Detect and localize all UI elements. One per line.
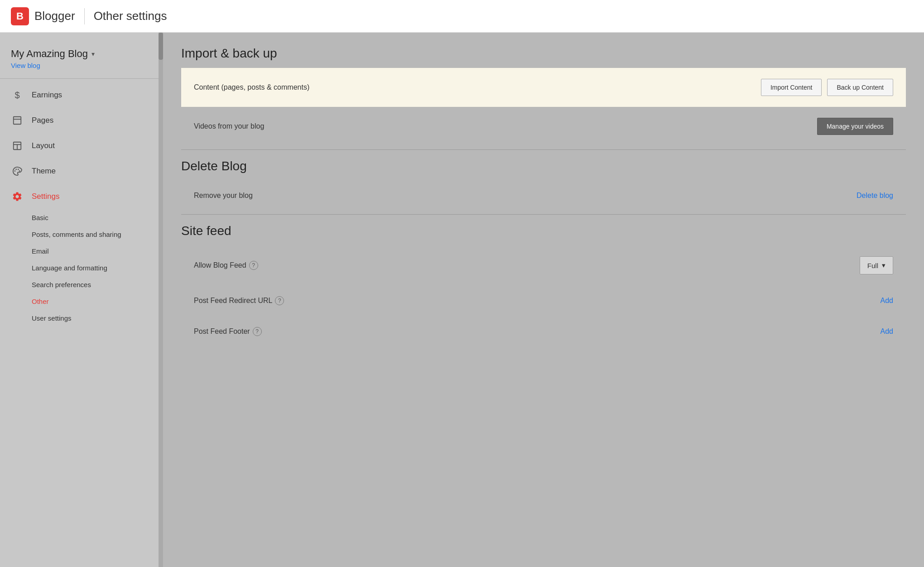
manage-videos-button[interactable]: Manage your videos <box>817 118 893 135</box>
section-divider-1 <box>181 149 906 150</box>
section-divider-2 <box>181 214 906 215</box>
blog-dropdown-arrow: ▾ <box>91 50 95 58</box>
sidebar-item-theme[interactable]: Theme <box>0 159 163 184</box>
post-feed-footer-help-icon[interactable]: ? <box>253 327 262 336</box>
allow-blog-feed-help-icon[interactable]: ? <box>249 261 258 270</box>
submenu-language-formatting[interactable]: Language and formatting <box>32 259 163 276</box>
post-feed-redirect-row: Post Feed Redirect URL ? Add <box>181 285 906 316</box>
remove-blog-row: Remove your blog Delete blog <box>181 181 906 211</box>
sidebar-item-label: Layout <box>32 141 55 150</box>
content-row-label: Content (pages, posts & comments) <box>194 83 309 91</box>
dropdown-arrow-icon: ▾ <box>882 261 886 269</box>
blogger-icon: B <box>11 7 29 25</box>
post-feed-redirect-label: Post Feed Redirect URL ? <box>194 296 284 305</box>
header-logo: B Blogger <box>11 7 75 25</box>
post-feed-footer-label: Post Feed Footer ? <box>194 327 262 336</box>
main-content: Import & back up Content (pages, posts &… <box>163 33 924 567</box>
allow-blog-feed-row: Allow Blog Feed ? Full ▾ <box>181 245 906 285</box>
delete-blog-title: Delete Blog <box>181 159 906 173</box>
sidebar-divider <box>0 78 163 79</box>
sidebar-scroll-thumb[interactable] <box>159 33 163 60</box>
post-feed-footer-row: Post Feed Footer ? Add <box>181 316 906 347</box>
settings-icon <box>11 190 24 203</box>
svg-point-6 <box>15 169 17 170</box>
sidebar-item-layout[interactable]: Layout <box>0 133 163 159</box>
app-header: B Blogger Other settings <box>0 0 924 33</box>
sidebar-item-earnings[interactable]: $ Earnings <box>0 82 163 108</box>
sidebar-item-settings[interactable]: Settings <box>0 184 163 209</box>
sidebar-item-label: Earnings <box>32 91 62 100</box>
settings-submenu: Basic Posts, comments and sharing Email … <box>0 209 163 327</box>
svg-point-7 <box>18 169 19 170</box>
view-blog-link[interactable]: View blog <box>0 62 163 77</box>
theme-icon <box>11 165 24 178</box>
svg-point-8 <box>19 170 20 172</box>
header-divider <box>84 8 85 24</box>
submenu-basic[interactable]: Basic <box>32 209 163 226</box>
sidebar-item-label: Settings <box>32 192 59 201</box>
delete-blog-link[interactable]: Delete blog <box>857 192 893 200</box>
sidebar-item-label: Theme <box>32 167 56 176</box>
remove-blog-label: Remove your blog <box>194 192 253 200</box>
page-title: Other settings <box>94 9 167 23</box>
header-brand: Blogger <box>34 9 75 23</box>
allow-blog-feed-label: Allow Blog Feed ? <box>194 261 258 270</box>
layout: My Amazing Blog ▾ View blog $ Earnings P… <box>0 33 924 567</box>
submenu-search-preferences[interactable]: Search preferences <box>32 276 163 293</box>
videos-row-label: Videos from your blog <box>194 122 264 130</box>
submenu-user-settings[interactable]: User settings <box>32 310 163 327</box>
backup-content-button[interactable]: Back up Content <box>827 79 893 96</box>
earnings-icon: $ <box>11 89 24 101</box>
post-feed-footer-add-link[interactable]: Add <box>881 327 893 336</box>
content-row: Content (pages, posts & comments) Import… <box>181 68 906 107</box>
submenu-email[interactable]: Email <box>32 243 163 259</box>
pages-icon <box>11 114 24 127</box>
post-feed-redirect-add-link[interactable]: Add <box>881 297 893 305</box>
layout-icon <box>11 139 24 152</box>
post-feed-redirect-help-icon[interactable]: ? <box>275 296 284 305</box>
svg-rect-0 <box>14 117 21 125</box>
svg-point-5 <box>14 170 16 172</box>
submenu-posts-comments[interactable]: Posts, comments and sharing <box>32 226 163 243</box>
sidebar: My Amazing Blog ▾ View blog $ Earnings P… <box>0 33 163 567</box>
blog-name[interactable]: My Amazing Blog ▾ <box>0 42 163 62</box>
import-backup-title: Import & back up <box>181 46 906 61</box>
videos-row: Videos from your blog Manage your videos <box>181 107 906 146</box>
content-row-actions: Import Content Back up Content <box>761 79 893 96</box>
sidebar-scrollbar[interactable] <box>159 33 163 567</box>
submenu-other[interactable]: Other <box>32 293 163 310</box>
sidebar-item-label: Pages <box>32 116 53 125</box>
feed-type-dropdown[interactable]: Full ▾ <box>860 256 893 274</box>
import-content-button[interactable]: Import Content <box>761 79 822 96</box>
sidebar-item-pages[interactable]: Pages <box>0 108 163 133</box>
site-feed-title: Site feed <box>181 224 906 238</box>
